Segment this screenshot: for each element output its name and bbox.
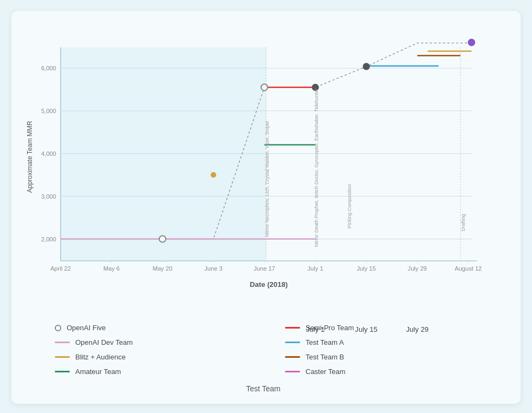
legend-label-openai-five: OpenAI Five <box>67 324 106 332</box>
openai-dot-june17 <box>261 84 268 90</box>
legend-label-test-team-b: Test Team B <box>306 353 344 361</box>
svg-text:August 12: August 12 <box>455 265 482 272</box>
legend-caster: Caster Team <box>285 368 494 376</box>
legend-label-test-team-a: Test Team A <box>306 338 344 346</box>
legend-line-caster <box>285 371 300 372</box>
svg-text:5,000: 5,000 <box>41 108 56 114</box>
legend-blitz: Blitz + Audience <box>55 353 263 361</box>
svg-text:June 3: June 3 <box>204 265 222 272</box>
legend-line-semi-pro <box>285 327 300 329</box>
chart-area: 2,000 3,000 4,000 5,000 6,000 Approximat… <box>22 27 504 311</box>
legend-test-team-a: Test Team A <box>285 338 494 346</box>
y-axis-labels: 2,000 3,000 4,000 5,000 6,000 <box>41 65 56 242</box>
legend-label-caster: Caster Team <box>306 368 345 376</box>
legend-test-team-b: Test Team B <box>285 353 494 361</box>
legend-openai-five: OpenAI Five <box>55 324 263 332</box>
legend-line-test-team-b <box>285 356 300 358</box>
annotation-text-4: Drafting <box>460 214 466 231</box>
legend: OpenAI Five Semi-Pro Team OpenAI Dev Tea… <box>22 324 504 376</box>
svg-text:May 20: May 20 <box>153 265 172 272</box>
openai-dot-july15 <box>363 63 369 70</box>
legend-label-openai-dev: OpenAI Dev Team <box>75 338 133 346</box>
legend-line-amateur <box>55 371 70 372</box>
annotation-text-2: Mirror Death Prophet, Witch Doctor, Gyro… <box>314 89 319 247</box>
svg-text:3,000: 3,000 <box>41 193 56 200</box>
svg-text:July 15: July 15 <box>357 265 376 272</box>
blitz-dot-june3 <box>211 172 216 178</box>
x-axis-labels: April 22 May 6 May 20 June 3 June 17 Jul… <box>50 265 482 272</box>
legend-line-openai-dev <box>55 342 70 343</box>
date-label-july29: July 29 <box>406 325 429 333</box>
svg-text:June 17: June 17 <box>254 265 275 272</box>
legend-openai-dev: OpenAI Dev Team <box>55 338 263 346</box>
svg-text:July 29: July 29 <box>408 265 427 272</box>
legend-dot-openai-five <box>55 325 61 331</box>
svg-text:May 6: May 6 <box>103 265 120 272</box>
annotation-text-1: Mirror Necrophos, Lich, Crystal Maiden, … <box>264 121 270 237</box>
legend-line-blitz <box>55 356 70 358</box>
legend-line-test-team-a <box>285 342 300 343</box>
purple-team-dot <box>468 39 475 45</box>
svg-text:4,000: 4,000 <box>41 150 56 157</box>
date-label-july1: July 1 <box>306 325 325 333</box>
y-axis-title: Approximate Team MMR <box>26 121 34 193</box>
x-axis-title: Date (2018) <box>250 280 288 289</box>
legend-label-blitz: Blitz + Audience <box>75 353 126 361</box>
svg-text:April 22: April 22 <box>50 265 71 272</box>
date-label-july15: July 15 <box>355 325 378 333</box>
svg-text:6,000: 6,000 <box>41 65 56 71</box>
legend-label-amateur: Amateur Team <box>75 368 121 376</box>
openai-dot-may20 <box>159 235 166 242</box>
shaded-region <box>61 48 266 261</box>
chart-card: 2,000 3,000 4,000 5,000 6,000 Approximat… <box>11 11 521 404</box>
svg-text:July 1: July 1 <box>308 265 323 272</box>
test-team-label: Test Team <box>22 384 504 393</box>
annotation-text-3: Picking Composition <box>347 184 352 228</box>
main-chart: 2,000 3,000 4,000 5,000 6,000 Approximat… <box>22 27 504 309</box>
legend-amateur: Amateur Team <box>55 368 263 376</box>
svg-text:2,000: 2,000 <box>41 236 56 242</box>
